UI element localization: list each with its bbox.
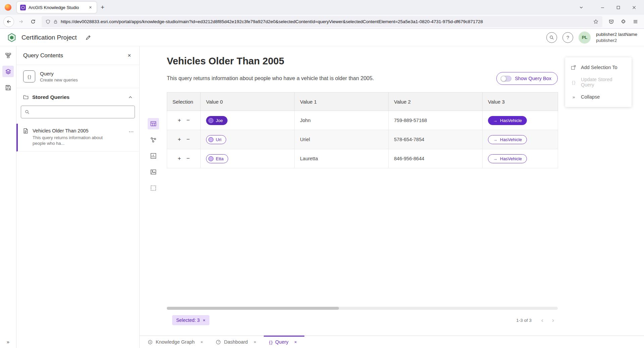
- user-avatar[interactable]: PL: [579, 32, 591, 44]
- next-page-icon[interactable]: ›: [548, 315, 558, 325]
- remove-from-selection-button[interactable]: −: [187, 155, 190, 162]
- clear-selection-icon[interactable]: ✕: [203, 318, 205, 322]
- extensions-icon[interactable]: [618, 16, 629, 27]
- column-header-value2[interactable]: Value 2: [389, 93, 483, 111]
- panel-close-icon[interactable]: ✕: [126, 52, 133, 59]
- remove-from-selection-button[interactable]: −: [187, 117, 190, 124]
- selection-tools-icon[interactable]: [148, 182, 159, 194]
- url-text[interactable]: https://dev0028833.esri.com/portal/apps/…: [61, 19, 590, 24]
- tab-close-icon[interactable]: ✕: [87, 4, 94, 11]
- edit-title-pencil-icon[interactable]: [83, 32, 94, 43]
- menu-item-add-selection-to[interactable]: Add Selection To: [565, 60, 632, 75]
- tab-knowledge-graph[interactable]: Knowledge Graph ✕: [142, 336, 210, 348]
- cell-value[interactable]: 846-956-8644: [394, 156, 424, 161]
- table-view-icon[interactable]: [148, 118, 159, 129]
- stored-queries-header[interactable]: Stored Queries: [16, 88, 139, 104]
- pagination-range: 1-3 of 3: [516, 318, 532, 323]
- content-tabs-bar: Knowledge Graph ✕ Dashboard ✕ { } Query …: [140, 336, 644, 348]
- back-button[interactable]: [3, 16, 14, 27]
- new-query-item[interactable]: { } Query Create new queries: [16, 65, 139, 88]
- stored-queries-search[interactable]: [21, 106, 135, 118]
- left-icon-rail: »: [0, 46, 16, 348]
- graph-view-icon[interactable]: [148, 134, 159, 146]
- close-tab-icon[interactable]: ✕: [198, 339, 205, 345]
- pocket-icon[interactable]: [606, 16, 616, 27]
- search-button[interactable]: [546, 32, 557, 43]
- tab-query[interactable]: { } Query ✕: [264, 336, 304, 348]
- cell-value[interactable]: 578-654-7854: [394, 137, 424, 142]
- chart-view-icon[interactable]: [148, 150, 159, 162]
- table-row: +− Etta Lauretta 846-956-8644 →HasVehicl…: [167, 149, 558, 168]
- expand-rail-icon[interactable]: »: [7, 339, 9, 345]
- column-header-value1[interactable]: Value 1: [295, 93, 389, 111]
- refresh-button[interactable]: [28, 16, 38, 27]
- stored-query-item[interactable]: Vehicles Older Than 2005 This query retu…: [16, 124, 139, 152]
- column-header-selection[interactable]: Selection: [167, 93, 201, 111]
- browser-tab-bar: ArcGIS Knowledge Studio ✕ +: [0, 0, 644, 15]
- stored-query-description: This query returns information about peo…: [33, 135, 106, 147]
- folder-icon: [23, 95, 29, 100]
- window-maximize-button[interactable]: [610, 0, 626, 15]
- item-options-ellipsis-icon[interactable]: ⋯: [127, 128, 135, 135]
- data-model-icon[interactable]: [2, 50, 14, 61]
- table-footer: Selected: 3 ✕ 1-3 of 3 ‹ ›: [167, 313, 558, 328]
- forward-button[interactable]: [15, 16, 26, 27]
- window-minimize-button[interactable]: [595, 0, 610, 15]
- padlock-icon[interactable]: [53, 19, 58, 24]
- close-tab-icon[interactable]: ✕: [251, 339, 258, 345]
- layers-icon[interactable]: [2, 66, 14, 77]
- braces-icon: { }: [23, 70, 35, 82]
- save-icon[interactable]: [2, 82, 14, 93]
- options-context-menu: Add Selection To { } Update Stored Query…: [565, 57, 632, 107]
- window-close-button[interactable]: [626, 0, 642, 15]
- entity-node-icon: [208, 137, 213, 142]
- list-tabs-chevron-icon[interactable]: [579, 5, 583, 9]
- column-header-value0[interactable]: Value 0: [201, 93, 295, 111]
- browser-tab-title: ArcGIS Knowledge Studio: [29, 5, 84, 10]
- tab-dashboard[interactable]: Dashboard ✕: [210, 336, 263, 348]
- add-to-selection-button[interactable]: +: [178, 155, 181, 162]
- relationship-pill[interactable]: →HasVehicle: [488, 116, 527, 125]
- toggle-switch[interactable]: [501, 76, 511, 81]
- table-row: +− Uri Uriel 578-654-7854 →HasVehicle: [167, 130, 558, 149]
- stored-query-title: Vehicles Older Than 2005: [33, 128, 106, 133]
- relationship-pill[interactable]: →HasVehicle: [488, 154, 527, 163]
- selected-count-chip[interactable]: Selected: 3 ✕: [172, 315, 209, 325]
- relationship-pill[interactable]: →HasVehicle: [488, 135, 527, 144]
- relationship-arrow-icon: →: [493, 137, 497, 142]
- map-view-icon[interactable]: [148, 166, 159, 178]
- new-tab-button[interactable]: +: [97, 4, 108, 11]
- firefox-icon[interactable]: [5, 4, 11, 11]
- hamburger-menu-icon[interactable]: [630, 16, 641, 27]
- entity-pill[interactable]: Uri: [206, 135, 226, 144]
- add-to-selection-button[interactable]: +: [178, 136, 181, 143]
- knowledge-graph-icon: [148, 340, 153, 345]
- entity-pill[interactable]: Joe: [206, 116, 228, 125]
- bookmark-star-icon[interactable]: [593, 19, 598, 24]
- previous-page-icon[interactable]: ‹: [538, 315, 547, 325]
- dashboard-icon: [216, 340, 221, 345]
- browser-tab[interactable]: ArcGIS Knowledge Studio ✕: [17, 2, 97, 13]
- tracking-protection-shield-icon[interactable]: [46, 19, 50, 24]
- cell-value[interactable]: 759-889-57168: [394, 118, 427, 123]
- menu-item-update-stored-query[interactable]: { } Update Stored Query: [565, 75, 632, 90]
- cell-value[interactable]: John: [300, 118, 310, 123]
- remove-from-selection-button[interactable]: −: [187, 136, 190, 143]
- add-to-selection-button[interactable]: +: [178, 117, 181, 124]
- cell-value[interactable]: Lauretta: [300, 156, 318, 161]
- menu-item-collapse[interactable]: » Collapse: [565, 90, 632, 104]
- entity-pill[interactable]: Etta: [206, 154, 228, 163]
- show-query-box-toggle[interactable]: Show Query Box: [496, 72, 558, 85]
- query-contents-panel: Query Contents ✕ { } Query Create new qu…: [16, 46, 140, 348]
- user-name-block[interactable]: publisher2 lastName publisher2: [596, 32, 637, 43]
- column-header-value3[interactable]: Value 3: [483, 93, 558, 111]
- chevron-up-icon[interactable]: [128, 95, 133, 100]
- results-table: Selection Value 0 Value 1 Value 2 Value …: [167, 92, 558, 168]
- horizontal-scrollbar[interactable]: [167, 307, 558, 310]
- help-button[interactable]: ?: [562, 32, 573, 43]
- scrollbar-thumb[interactable]: [167, 307, 339, 310]
- url-bar[interactable]: https://dev0028833.esri.com/portal/apps/…: [42, 16, 602, 27]
- close-tab-icon[interactable]: ✕: [292, 339, 299, 345]
- cell-value[interactable]: Uriel: [300, 137, 310, 142]
- search-input[interactable]: [33, 109, 131, 115]
